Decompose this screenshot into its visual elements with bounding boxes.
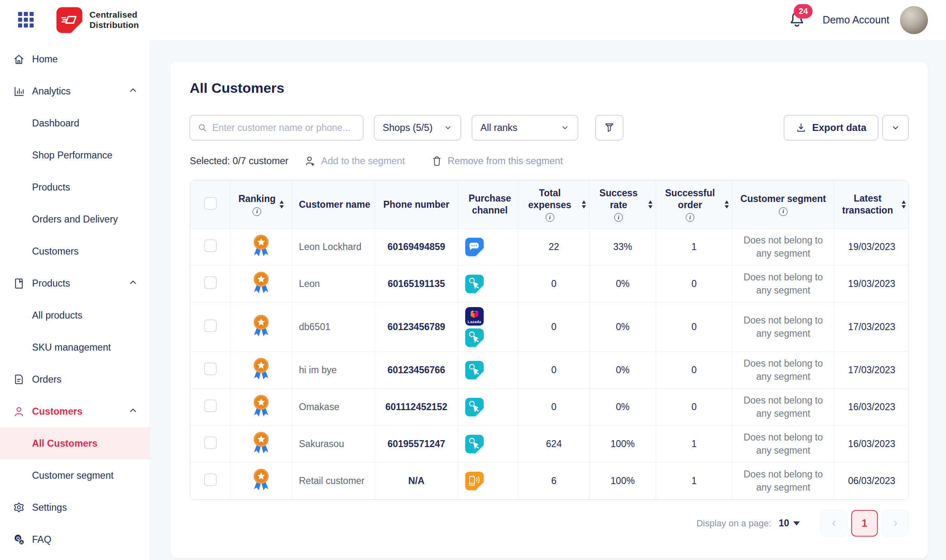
customers-icon: [13, 406, 25, 417]
sort-icon[interactable]: [725, 200, 729, 209]
sidebar-item-customers-2[interactable]: Customers: [0, 395, 149, 427]
table-row: db650160123456789 Lazada 00%0Does not be…: [191, 303, 909, 352]
avatar[interactable]: [900, 6, 928, 34]
cell-success-rate: 0%: [590, 303, 656, 352]
svg-text:Lazada: Lazada: [468, 319, 481, 324]
cell-customer-name: Leon: [292, 266, 375, 303]
sidebar-item-faq[interactable]: QAFAQ: [0, 523, 149, 555]
sidebar-item-sku-management[interactable]: SKU management: [0, 331, 149, 363]
sidebar-item-label: All products: [32, 310, 83, 321]
previous-page-button[interactable]: [820, 510, 847, 537]
select-all-checkbox[interactable]: [204, 197, 217, 210]
sidebar-item-products-2[interactable]: Products: [0, 267, 149, 299]
info-icon[interactable]: i: [253, 207, 261, 216]
sidebar-item-label: Settings: [32, 502, 67, 513]
chevron-up-icon[interactable]: [128, 85, 138, 97]
sidebar-item-orders[interactable]: Orders: [0, 363, 149, 395]
clicks-channel-icon: [465, 328, 484, 347]
advanced-filter-button[interactable]: [595, 115, 623, 140]
sidebar-item-label: SKU management: [32, 342, 111, 353]
sort-icon[interactable]: [582, 200, 586, 209]
info-icon[interactable]: i: [686, 213, 694, 222]
column-header-total-expenses[interactable]: Total expensesi: [519, 181, 590, 229]
download-icon: [796, 122, 806, 133]
row-checkbox[interactable]: [204, 276, 217, 289]
info-icon[interactable]: i: [614, 213, 623, 222]
apps-grid-icon[interactable]: [18, 12, 34, 28]
sidebar-item-analytics[interactable]: Analytics: [0, 75, 149, 107]
export-options-button[interactable]: [882, 115, 909, 140]
column-header-ranking[interactable]: Rankingi: [230, 181, 292, 229]
row-checkbox[interactable]: [204, 473, 217, 486]
svg-text:A: A: [20, 540, 23, 544]
cell-customer-name: Retail customer: [292, 463, 375, 500]
cell-phone-number: N/A: [375, 463, 458, 500]
next-page-button[interactable]: [882, 510, 909, 537]
account-name[interactable]: Demo Account: [822, 14, 889, 26]
info-icon[interactable]: i: [546, 213, 554, 222]
ranking-medal-icon: [252, 357, 271, 381]
search-input[interactable]: [212, 122, 356, 133]
cell-customer-name: Sakurasou: [292, 426, 375, 463]
column-header-successful-order[interactable]: Successful orderi: [656, 181, 732, 229]
ranking-medal-icon: [252, 271, 271, 295]
sidebar-item-label: Home: [32, 54, 58, 65]
sort-icon[interactable]: [648, 200, 652, 209]
clicks-channel-icon: [465, 360, 484, 380]
chevron-down-icon: [443, 123, 452, 132]
notifications-button[interactable]: 24: [788, 10, 806, 30]
row-checkbox[interactable]: [204, 363, 217, 375]
cell-success-rate: 33%: [590, 229, 656, 266]
chevron-up-icon[interactable]: [128, 406, 138, 417]
sidebar-item-all-customers[interactable]: All Customers: [0, 427, 149, 459]
column-label: Ranking: [239, 193, 276, 205]
sidebar-item-all-products[interactable]: All products: [0, 299, 149, 331]
export-data-button[interactable]: Export data: [784, 115, 878, 140]
brand-logo[interactable]: Centralised Distribution: [56, 7, 139, 34]
column-label: Successful order: [659, 187, 721, 211]
row-checkbox[interactable]: [204, 239, 217, 252]
info-icon[interactable]: i: [779, 207, 788, 216]
sidebar-item-shop-performance[interactable]: Shop Performance: [0, 139, 149, 171]
sort-icon[interactable]: [902, 200, 906, 209]
table-row: Leon60165191135 00%0Does not belong to a…: [191, 266, 909, 303]
sidebar-item-products[interactable]: Products: [0, 171, 149, 203]
cell-phone-number: 60123456766: [375, 352, 458, 389]
cell-latest-transaction: 16/03/2023: [834, 426, 909, 463]
row-checkbox[interactable]: [204, 436, 217, 449]
ranks-filter-dropdown[interactable]: All ranks: [472, 115, 578, 140]
cell-purchase-channel: [458, 266, 519, 303]
search-icon: [197, 123, 207, 133]
page-1-button[interactable]: 1: [851, 510, 878, 537]
cell-total-expenses: 0: [519, 352, 590, 389]
ranking-medal-icon: [252, 468, 271, 492]
row-checkbox[interactable]: [204, 319, 217, 332]
caret-down-icon: [793, 521, 800, 526]
funnel-icon: [604, 122, 615, 133]
cell-success-rate: 0%: [590, 352, 656, 389]
sidebar-item-home[interactable]: Home: [0, 43, 149, 75]
cell-latest-transaction: 19/03/2023: [834, 266, 909, 303]
column-header-success-rate[interactable]: Success ratei: [590, 181, 656, 229]
chevron-up-icon[interactable]: [128, 278, 138, 289]
sidebar-item-dashboard[interactable]: Dashboard: [0, 107, 149, 139]
sort-icon[interactable]: [280, 200, 284, 209]
page-size-select[interactable]: 10: [778, 518, 800, 529]
chevron-down-icon: [560, 123, 569, 132]
remove-from-segment-button[interactable]: Remove from this segment: [431, 155, 563, 167]
cell-customer-segment: Does not belong to any segment: [732, 229, 834, 266]
sidebar-item-settings[interactable]: Settings: [0, 491, 149, 523]
sidebar-item-orders-and-delivery[interactable]: Orders and Delivery: [0, 203, 149, 235]
selection-actions: Selected: 0/7 customer Add to the segmen…: [190, 154, 909, 168]
cell-total-expenses: 624: [519, 426, 590, 463]
row-checkbox[interactable]: [204, 399, 217, 412]
add-to-segment-button[interactable]: Add to the segment: [304, 155, 405, 167]
column-label: Total expenses: [522, 187, 578, 211]
column-header-latest-transaction[interactable]: Latest transaction: [834, 181, 909, 229]
shops-filter-dropdown[interactable]: Shops (5/5): [374, 115, 461, 140]
cell-successful-order: 0: [656, 389, 732, 426]
sidebar-item-customers[interactable]: Customers: [0, 235, 149, 267]
cell-customer-name: hi im bye: [292, 352, 375, 389]
sidebar-item-customer-segment[interactable]: Customer segment: [0, 459, 149, 491]
cell-total-expenses: 6: [519, 463, 590, 500]
